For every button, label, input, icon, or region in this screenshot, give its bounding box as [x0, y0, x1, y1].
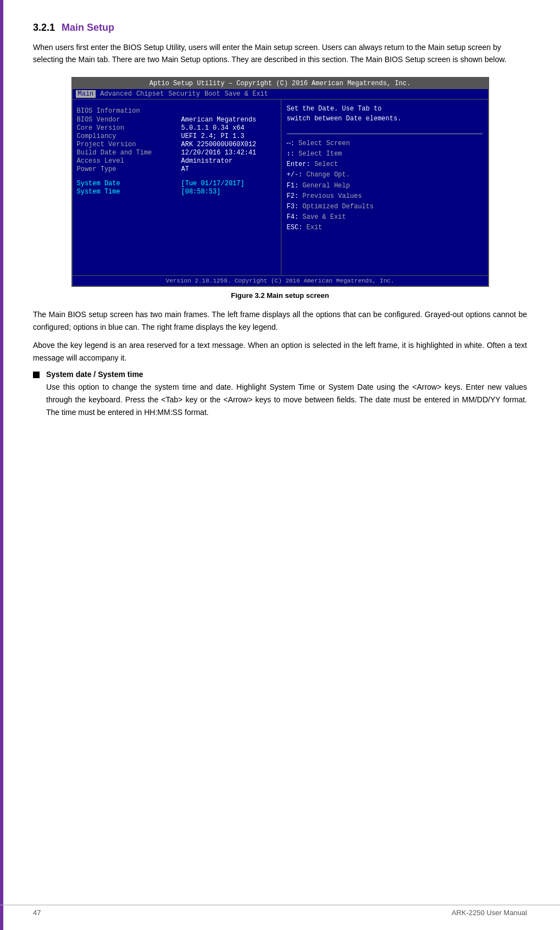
figure-caption: Figure 3.2 Main setup screen: [33, 291, 527, 300]
bios-access-value: Administrator: [181, 157, 233, 165]
bios-compliancy-value: UEFI 2.4; PI 1.3: [181, 132, 245, 140]
legend-f2: F2: Previous Values: [287, 191, 483, 202]
bios-legend: ↔: Select Screen ↕: Select Item Enter: S…: [287, 139, 483, 234]
bios-system-time-label: System Time: [77, 188, 181, 196]
body-paragraph-2: Above the key legend is an area reserved…: [33, 339, 527, 364]
legend-f4: F4: Save & Exit: [287, 212, 483, 223]
bios-menu-bar: Main Advanced Chipset Security Boot Save…: [73, 89, 488, 99]
bios-system-date-value: [Tue 01/17/2017]: [181, 180, 245, 187]
bios-menu-advanced: Advanced: [100, 90, 132, 98]
bios-core-label: Core Version: [77, 124, 181, 132]
bios-core-row: Core Version 5.0.1.1 0.34 x64: [77, 124, 276, 132]
bios-menu-security: Security: [168, 90, 200, 98]
section-title: Main Setup: [62, 22, 114, 34]
bullet-content: System date / System time Use this optio…: [46, 370, 527, 419]
page-footer: 47 ARK-2250 User Manual: [0, 905, 560, 917]
bios-menu-save-exit: Save & Exit: [225, 90, 268, 98]
bios-vendor-label: BIOS Vendor: [77, 116, 181, 124]
bios-power-label: Power Type: [77, 165, 181, 173]
bios-footer: Version 2.18.1259. Copyright (C) 2016 Am…: [73, 275, 488, 286]
bios-system-section: System Date [Tue 01/17/2017] System Time…: [77, 180, 276, 196]
bios-compliancy-row: Compliancy UEFI 2.4; PI 1.3: [77, 132, 276, 140]
bios-build-row: Build Date and Time 12/20/2016 13:42:41: [77, 149, 276, 157]
legend-f3: F3: Optimized Defaults: [287, 202, 483, 212]
bios-power-value: AT: [181, 165, 189, 173]
bios-project-label: Project Version: [77, 141, 181, 148]
bios-system-time-value: [08:58:53]: [181, 188, 221, 196]
legend-select-item: ↕: Select Item: [287, 149, 483, 159]
bios-core-value: 5.0.1.1 0.34 x64: [181, 124, 245, 132]
bios-help-text: Set the Date. Use Tab toswitch between D…: [287, 104, 483, 124]
bios-system-time-row: System Time [08:58:53]: [77, 188, 276, 196]
legend-f1: F1: General Help: [287, 181, 483, 191]
legend-enter: Enter: Select: [287, 159, 483, 170]
bios-content: BIOS Information BIOS Vendor American Me…: [73, 99, 488, 275]
bios-project-row: Project Version ARK 2250000U060X012: [77, 141, 276, 148]
legend-change-opt: +/-: Change Opt.: [287, 170, 483, 180]
page-border: [0, 0, 3, 930]
bios-section-label: BIOS Information: [77, 107, 276, 115]
legend-select-screen: ↔: Select Screen: [287, 139, 483, 149]
body-paragraph-1: The Main BIOS setup screen has two main …: [33, 308, 527, 334]
bios-access-row: Access Level Administrator: [77, 157, 276, 165]
section-intro: When users first enter the BIOS Setup Ut…: [33, 41, 527, 66]
bios-power-row: Power Type AT: [77, 165, 276, 173]
bios-project-value: ARK 2250000U060X012: [181, 141, 257, 148]
section-heading: 3.2.1 Main Setup: [33, 22, 527, 34]
bios-left-panel: BIOS Information BIOS Vendor American Me…: [73, 99, 281, 275]
bios-build-label: Build Date and Time: [77, 149, 181, 157]
bios-menu-boot: Boot: [204, 90, 220, 98]
bios-build-value: 12/20/2016 13:42:41: [181, 149, 257, 157]
bios-system-date-label: System Date: [77, 180, 181, 187]
bullet-title: System date / System time: [46, 370, 527, 379]
bios-vendor-row: BIOS Vendor American Megatrends: [77, 116, 276, 124]
bios-menu-chipset: Chipset: [136, 90, 164, 98]
bios-screenshot: Aptio Setup Utility – Copyright (C) 2016…: [71, 77, 489, 287]
product-name: ARK-2250 User Manual: [452, 909, 527, 917]
bios-vendor-value: American Megatrends: [181, 116, 257, 124]
bullet-icon: [33, 372, 40, 378]
bios-access-label: Access Level: [77, 157, 181, 165]
bios-menu-main: Main: [76, 90, 96, 98]
bios-title-bar: Aptio Setup Utility – Copyright (C) 2016…: [73, 78, 488, 89]
section-number: 3.2.1: [33, 22, 55, 34]
bios-compliancy-label: Compliancy: [77, 132, 181, 140]
bullet-body: Use this option to change the system tim…: [46, 381, 527, 419]
legend-esc: ESC: Exit: [287, 223, 483, 233]
bios-divider: [287, 134, 483, 134]
page-number: 47: [33, 909, 41, 917]
bios-right-panel: Set the Date. Use Tab toswitch between D…: [281, 99, 488, 275]
bios-system-date-row: System Date [Tue 01/17/2017]: [77, 180, 276, 187]
bullet-system-datetime: System date / System time Use this optio…: [33, 370, 527, 419]
